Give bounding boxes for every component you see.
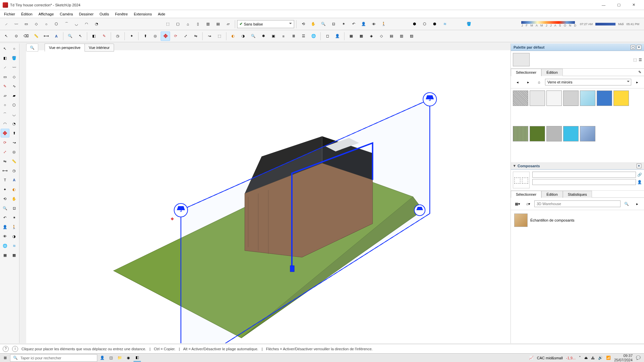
solid-tool3-icon[interactable]: ⬣ bbox=[430, 19, 439, 29]
stack3-icon[interactable]: ☰ bbox=[299, 32, 308, 41]
lasso-tool-icon[interactable]: ○ bbox=[10, 44, 19, 53]
components-search-input[interactable] bbox=[534, 200, 621, 207]
section4-icon[interactable]: ◑ bbox=[10, 232, 19, 241]
taskbar-search[interactable]: 🔍 Taper ici pour rechercher bbox=[10, 354, 97, 362]
explorer-icon[interactable]: 📁 bbox=[116, 354, 123, 362]
arc6-icon[interactable]: ◠ bbox=[1, 119, 9, 128]
arc2-tool-icon[interactable]: ◡ bbox=[72, 19, 81, 29]
previous-view-icon[interactable]: ↶ bbox=[349, 19, 358, 29]
viewport[interactable]: 3 3 ✥ bbox=[26, 50, 511, 343]
material-swatch[interactable] bbox=[597, 90, 612, 106]
section2-icon[interactable]: ◑ bbox=[238, 32, 248, 41]
window-icon-tool[interactable]: ▥ bbox=[203, 19, 213, 29]
arc4-icon[interactable]: ⌒ bbox=[1, 110, 9, 119]
arc3-tool-icon[interactable]: ◠ bbox=[82, 19, 91, 29]
protractor2-icon[interactable]: ◷ bbox=[10, 166, 19, 175]
stack2-icon[interactable]: ≣ bbox=[289, 32, 298, 41]
material-create-icon[interactable]: ⬚ bbox=[633, 58, 637, 62]
arc-tool-icon[interactable]: ⌒ bbox=[62, 19, 71, 29]
solid-tool-icon[interactable]: ⬢ bbox=[410, 19, 419, 29]
stack-icon[interactable]: ≡ bbox=[279, 32, 288, 41]
component-name-input[interactable] bbox=[532, 172, 636, 178]
minimize-button[interactable]: — bbox=[596, 0, 611, 10]
flip-icon[interactable]: ⇋ bbox=[191, 32, 200, 41]
polygon-tool-icon[interactable]: ⬡ bbox=[52, 19, 61, 29]
paint-tool-icon[interactable]: 🪣 bbox=[10, 54, 19, 62]
sketchup-icon[interactable]: ◧ bbox=[133, 354, 141, 362]
layers-icon[interactable]: ≋ bbox=[440, 19, 449, 29]
group-icon[interactable]: ▢ bbox=[173, 19, 182, 29]
maximize-button[interactable]: ▢ bbox=[611, 0, 626, 10]
solid-tool2-icon[interactable]: ⬡ bbox=[420, 19, 429, 29]
ext5-icon[interactable]: ▤ bbox=[387, 32, 396, 41]
materials-tab-edit[interactable]: Édition bbox=[541, 69, 563, 76]
component-user-icon[interactable]: 👤 bbox=[637, 180, 642, 184]
globe-icon[interactable]: 🌐 bbox=[309, 32, 318, 41]
arc5-icon[interactable]: ◡ bbox=[10, 110, 19, 119]
dim2-icon[interactable]: ⟷ bbox=[1, 166, 9, 175]
component-item[interactable]: Échantillon de composants bbox=[513, 212, 642, 228]
lasso-icon[interactable]: ⊙ bbox=[11, 32, 21, 41]
pencil-red-icon[interactable]: ✎ bbox=[1, 82, 9, 90]
ext3-icon[interactable]: ◈ bbox=[367, 32, 376, 41]
notifications-icon[interactable]: 💬 bbox=[636, 356, 641, 360]
mat-nav-back-icon[interactable]: ◂ bbox=[513, 77, 522, 87]
look2-icon[interactable]: 👁 bbox=[1, 232, 9, 241]
walk-icon[interactable]: 🚶 bbox=[379, 19, 388, 29]
house-icon[interactable]: ⌂ bbox=[183, 19, 193, 29]
orbit2-icon[interactable]: ⟲ bbox=[1, 194, 9, 203]
ext7-icon[interactable]: ▨ bbox=[407, 32, 416, 41]
protractor-icon[interactable]: ◷ bbox=[113, 32, 122, 41]
tray-usb-icon[interactable]: ⏏ bbox=[584, 356, 588, 360]
menu-fichier[interactable]: Fichier bbox=[1, 11, 18, 17]
text3d-icon[interactable]: A bbox=[10, 176, 19, 184]
material-swatch[interactable] bbox=[513, 126, 528, 141]
tray-vol-icon[interactable]: 🔊 bbox=[598, 356, 603, 360]
material-details-icon[interactable]: ☰ bbox=[639, 58, 642, 62]
menu-affichage[interactable]: Affichage bbox=[36, 11, 57, 17]
offset-icon[interactable]: ◎ bbox=[151, 32, 160, 41]
section3-icon[interactable]: ◐ bbox=[10, 185, 19, 194]
zoom-extents-icon[interactable]: ✶ bbox=[339, 19, 348, 29]
guides-icon[interactable]: ✱ bbox=[259, 32, 268, 41]
material-swatch[interactable] bbox=[563, 90, 579, 106]
axes-icon[interactable]: ✦ bbox=[127, 32, 136, 41]
section-icon[interactable]: ◐ bbox=[228, 32, 238, 41]
geo-icon[interactable]: 🌐 bbox=[1, 241, 9, 250]
status-help-icon[interactable]: ? bbox=[3, 346, 9, 352]
ext1-icon[interactable]: ▦ bbox=[346, 32, 356, 41]
stock-label[interactable]: CAC mid&small bbox=[537, 356, 563, 360]
comp-search-icon[interactable]: 🔍 bbox=[622, 199, 631, 208]
circle2-icon[interactable]: ○ bbox=[1, 101, 9, 109]
comp-menu-icon[interactable]: ▸ bbox=[633, 199, 642, 208]
outer-shell-icon[interactable]: ⬚ bbox=[215, 32, 224, 41]
pencil-icon[interactable]: ✎ bbox=[99, 32, 109, 41]
sandbox-icon[interactable]: ▦ bbox=[1, 251, 9, 259]
pushpull-icon[interactable]: ⬆ bbox=[141, 32, 150, 41]
page-icon[interactable]: ◻ bbox=[323, 32, 332, 41]
tape2-icon[interactable]: 📏 bbox=[10, 157, 19, 166]
rotrect-icon[interactable]: ◇ bbox=[10, 72, 19, 81]
material-swatch[interactable] bbox=[563, 126, 579, 141]
zoom-window-icon[interactable]: ⊡ bbox=[329, 19, 338, 29]
eraser2-icon[interactable]: ◧ bbox=[89, 32, 99, 41]
text2-icon[interactable]: T bbox=[1, 176, 9, 184]
move-tool-icon[interactable]: ✥ bbox=[1, 129, 9, 137]
palette-close-icon[interactable]: ✕ bbox=[637, 45, 641, 50]
select2-icon[interactable]: ↖ bbox=[75, 32, 85, 41]
menu-edition[interactable]: Édition bbox=[18, 11, 35, 17]
scale-icon[interactable]: ⤢ bbox=[181, 32, 190, 41]
pushpull2-icon[interactable]: ⬆ bbox=[10, 129, 19, 137]
material-swatch[interactable] bbox=[580, 90, 595, 106]
rect4-icon[interactable]: ▰ bbox=[10, 91, 19, 100]
material-swatch[interactable] bbox=[530, 90, 545, 106]
walk2-icon[interactable]: 🚶 bbox=[10, 223, 19, 231]
prev2-icon[interactable]: ↶ bbox=[1, 213, 9, 222]
component-icon[interactable]: ⬚ bbox=[163, 19, 172, 29]
person-icon[interactable]: 👤 bbox=[333, 32, 342, 41]
pie-tool-icon[interactable]: ◔ bbox=[92, 19, 101, 29]
rect3-icon[interactable]: ▱ bbox=[1, 91, 9, 100]
menu-fenetre[interactable]: Fenêtre bbox=[112, 11, 130, 17]
rotate-icon[interactable]: ⟳ bbox=[171, 32, 180, 41]
material-edit-icon[interactable]: ✎ bbox=[636, 69, 644, 76]
